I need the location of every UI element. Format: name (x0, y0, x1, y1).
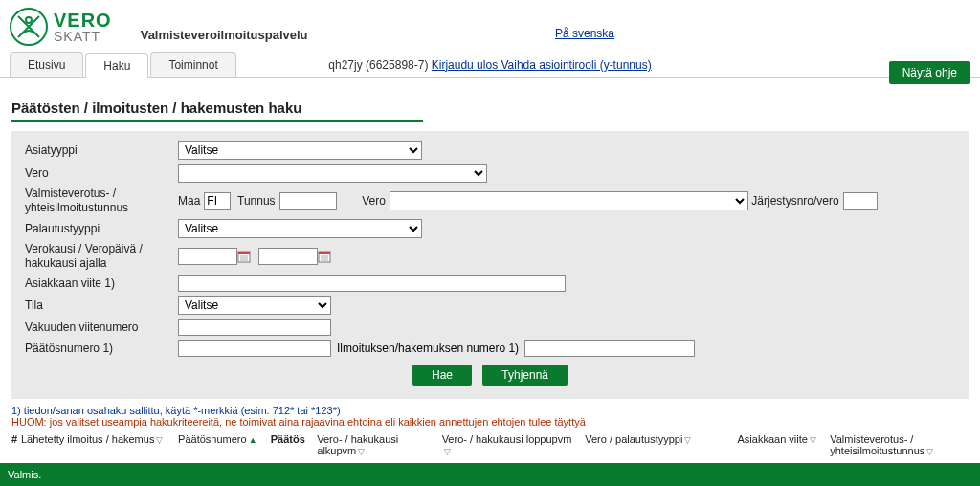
calendar-icon-to[interactable] (318, 250, 331, 263)
vakuuden-input[interactable] (178, 319, 331, 336)
label-vakuuden: Vakuuden viitenumero (25, 320, 178, 334)
status-bar: Valmis. (0, 463, 980, 486)
maa-input[interactable] (204, 192, 231, 210)
logo: VERO SKATT (10, 8, 112, 46)
asiatyyppi-select[interactable]: Valitse (178, 141, 422, 160)
tab-etusivu[interactable]: Etusivu (10, 52, 83, 77)
svg-rect-7 (319, 252, 330, 254)
label-vero: Vero (25, 166, 178, 180)
label-valmiste: Valmisteverotus- / yhteisilmoitustunnus (25, 187, 178, 215)
label-asiatyyppi: Asiatyyppi (25, 144, 178, 157)
logo-text-skatt: SKATT (54, 30, 112, 43)
col-paatosnum[interactable]: Päätösnumero▲ (178, 433, 271, 456)
service-title: Valmisteveroilmoituspalvelu (141, 28, 308, 46)
label-jarjestys: Järjestysnro/vero (751, 194, 838, 208)
logout-link[interactable]: Kirjaudu ulos Vaihda asiointirooli (y-tu… (432, 58, 652, 72)
jarjestys-input[interactable] (843, 192, 878, 210)
label-ilmoitus-num: Ilmoituksen/hakemuksen numero 1) (337, 342, 519, 355)
date-to-input[interactable] (258, 248, 318, 265)
tab-haku[interactable]: Haku (85, 53, 148, 78)
logo-icon (10, 8, 48, 46)
date-from-input[interactable] (178, 248, 237, 265)
label-verokausi: Verokausi / Veropäivä / hakukausi ajalla (25, 242, 178, 271)
label-vero-sub: Vero (362, 194, 386, 208)
label-tila: Tila (25, 298, 178, 312)
results-header: # Lähetetty ilmoitus / hakemus▽ Päätösnu… (11, 433, 969, 456)
hint-text: 1) tiedon/sanan osahaku sallittu, käytä … (11, 405, 980, 416)
ilmoitus-num-input[interactable] (524, 340, 695, 357)
calendar-icon-from[interactable] (237, 250, 251, 263)
status-text: Valmis. (8, 469, 41, 480)
col-veropal[interactable]: Vero / palautustyyppi▽ (585, 433, 737, 456)
asiakkaan-viite-input[interactable] (178, 275, 566, 292)
vero-select[interactable] (178, 164, 487, 183)
col-hash: # (11, 433, 21, 456)
col-paatos[interactable]: Päätös (271, 433, 318, 456)
label-tunnus: Tunnus (237, 194, 276, 208)
logo-text-vero: VERO (54, 11, 112, 30)
page-title: Päätösten / ilmoitusten / hakemusten hak… (11, 99, 980, 116)
show-help-button[interactable]: Näytä ohje (889, 61, 970, 84)
col-alkupvm[interactable]: Vero- / hakukausi alkupvm▽ (317, 433, 441, 456)
note-text: HUOM: jos valitset useampia hakukriteere… (11, 416, 980, 428)
svg-point-0 (26, 17, 32, 23)
vero-sub-select[interactable] (390, 191, 748, 210)
col-lahetetty[interactable]: Lähetetty ilmoitus / hakemus▽ (21, 433, 178, 456)
label-paatosnum: Päätösnumero 1) (25, 342, 178, 355)
clear-button[interactable]: Tyhjennä (482, 364, 568, 386)
col-valmiste[interactable]: Valmisteverotus- / yhteisilmoitustunnus▽ (830, 433, 969, 456)
user-id: qh27jy (6625898-7) (328, 58, 431, 72)
title-divider (11, 120, 423, 122)
label-asiakkaan-viite: Asiakkaan viite 1) (25, 276, 178, 290)
col-viite[interactable]: Asiakkaan viite▽ (738, 433, 831, 456)
label-maa: Maa (178, 194, 200, 208)
palautus-select[interactable]: Valitse (178, 219, 422, 238)
tila-select[interactable]: Valitse (178, 296, 331, 315)
search-button[interactable]: Hae (412, 364, 472, 386)
paatosnum-input[interactable] (178, 340, 331, 357)
col-loppupvm[interactable]: Vero- / hakukausi loppupvm▽ (442, 433, 586, 456)
svg-rect-2 (238, 252, 250, 254)
language-link[interactable]: På svenska (555, 27, 614, 40)
search-form: Asiatyyppi Valitse Vero Valmisteverotus-… (11, 131, 969, 399)
tab-toiminnot[interactable]: Toiminnot (150, 52, 235, 77)
tunnus-input[interactable] (279, 192, 337, 210)
label-palautus: Palautustyyppi (25, 222, 178, 235)
